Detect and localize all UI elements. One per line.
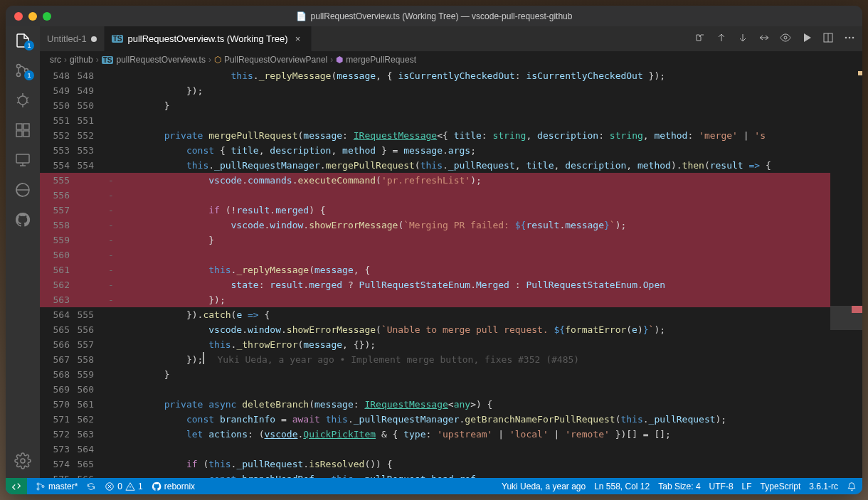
code-line[interactable]: 557- if (!result.merged) { — [40, 203, 862, 218]
whitespace-icon[interactable] — [758, 32, 770, 46]
code-line[interactable]: 567558 });Yuki Ueda, a year ago • Implem… — [40, 352, 862, 367]
tab-untitled[interactable]: Untitled-1 — [40, 26, 105, 51]
window-controls — [14, 12, 51, 21]
encoding-status[interactable]: UTF-8 — [709, 482, 734, 491]
explorer-icon[interactable]: 1 — [14, 32, 31, 49]
code-line[interactable]: 573564 — [40, 442, 862, 457]
code-line[interactable]: 554554 this._pullRequestManager.mergePul… — [40, 158, 862, 173]
close-tab-icon[interactable]: × — [292, 33, 304, 45]
code-line[interactable]: 575566 const branchHeadRef = this. pullR… — [40, 472, 862, 478]
tab-pullrequestoverview[interactable]: TS pullRequestOverview.ts (Working Tree)… — [105, 26, 312, 51]
code-line[interactable]: 559- } — [40, 233, 862, 248]
diff-marker: - — [102, 262, 120, 277]
code-line[interactable]: 548548 this._replyMessage(message, { isC… — [40, 68, 862, 83]
code-line[interactable]: 562- state: result.merged ? PullRequestS… — [40, 277, 862, 292]
scm-icon[interactable]: 1 — [14, 62, 31, 79]
cursor-position[interactable]: Ln 558, Col 12 — [594, 482, 650, 491]
code-line[interactable]: 570561 private async deleteBranch(messag… — [40, 397, 862, 412]
svg-point-1 — [17, 73, 21, 77]
github-status[interactable]: rebornix — [152, 482, 195, 491]
diff-marker: - — [102, 173, 120, 188]
arrow-up-icon[interactable] — [716, 32, 727, 46]
code-line[interactable]: 564555 }).catch(e => { — [40, 307, 862, 322]
code-line[interactable]: 561- this._replyMessage(message, { — [40, 262, 862, 277]
arrow-down-icon[interactable] — [737, 32, 748, 46]
tab-bar: Untitled-1 TS pullRequestOverview.ts (Wo… — [40, 26, 862, 51]
line-number-new: 561 — [74, 397, 102, 412]
code-line[interactable]: 558- vscode.window.showErrorMessage(`Mer… — [40, 218, 862, 233]
line-number-old: 561 — [40, 262, 74, 277]
sync-status[interactable] — [86, 482, 96, 491]
code-line[interactable]: 551551 — [40, 113, 862, 128]
split-icon[interactable] — [822, 32, 834, 46]
code-line[interactable]: 568559 } — [40, 367, 862, 382]
breadcrumb-item[interactable]: github — [70, 55, 93, 65]
code-line[interactable]: 574565 if (this._pullRequest.isResolved(… — [40, 457, 862, 472]
code-line[interactable]: 553553 const { title, description, metho… — [40, 143, 862, 158]
remote-icon[interactable] — [14, 151, 31, 169]
line-number-new: 566 — [74, 472, 102, 478]
code-line[interactable]: 552552 private mergePullRequest(message:… — [40, 128, 862, 143]
close-window[interactable] — [14, 12, 23, 21]
code-line[interactable]: 572563 let actions: (vscode.QuickPickIte… — [40, 427, 862, 442]
diff-marker: - — [102, 218, 120, 233]
debug-icon[interactable] — [14, 92, 31, 109]
breadcrumb-item[interactable]: TS pullRequestOverview.ts — [102, 55, 206, 65]
more-icon[interactable] — [844, 32, 855, 46]
line-number-old: 563 — [40, 292, 74, 307]
code-line[interactable]: 549549 }); — [40, 83, 862, 98]
svg-point-14 — [849, 37, 851, 39]
line-number-new: 553 — [74, 143, 102, 158]
breadcrumb-item[interactable]: ⬢ mergePullRequest — [336, 55, 416, 65]
run-icon[interactable] — [801, 32, 813, 46]
code-line[interactable]: 563- }); — [40, 292, 862, 307]
problems-status[interactable]: 0 1 — [105, 482, 142, 491]
code-line[interactable]: 560- — [40, 248, 862, 262]
github-icon[interactable] — [14, 211, 31, 228]
git-blame-status[interactable]: Yuki Ueda, a year ago — [502, 482, 586, 491]
code-line[interactable]: 556- — [40, 188, 862, 203]
line-number-new: 555 — [74, 307, 102, 322]
breadcrumb-item[interactable]: ⬡ PullRequestOverviewPanel — [214, 55, 327, 65]
remote-indicator[interactable] — [6, 478, 27, 494]
compare-icon[interactable] — [694, 32, 706, 46]
line-number-old: 556 — [40, 188, 74, 203]
tab-label: Untitled-1 — [47, 33, 87, 44]
code-line[interactable]: 571562 const branchInfo = await this._pu… — [40, 412, 862, 427]
preview-icon[interactable] — [780, 32, 791, 46]
scm-badge: 1 — [24, 70, 34, 80]
tab-label: pullRequestOverview.ts (Working Tree) — [127, 33, 287, 44]
docker-icon[interactable] — [14, 181, 31, 198]
svg-rect-8 — [16, 154, 29, 163]
svg-point-17 — [37, 488, 39, 490]
code-line[interactable]: 569560 — [40, 382, 862, 397]
line-number-new: 559 — [74, 367, 102, 382]
settings-gear-icon[interactable] — [14, 452, 31, 469]
explorer-badge: 1 — [24, 41, 34, 50]
line-number-old: 568 — [40, 367, 74, 382]
eol-status[interactable]: LF — [742, 482, 752, 491]
diff-marker: - — [102, 277, 120, 292]
modified-dot-icon — [91, 36, 97, 42]
minimize-window[interactable] — [28, 12, 37, 21]
code-line[interactable]: 550550 } — [40, 98, 862, 113]
code-line[interactable]: 566557 this._throwError(message, {}); — [40, 337, 862, 352]
editor[interactable]: 548548 this._replyMessage(message, { isC… — [40, 68, 862, 478]
line-number-old: 552 — [40, 128, 74, 143]
ts-version-status[interactable]: 3.6.1-rc — [809, 482, 838, 491]
branch-status[interactable]: master* — [36, 482, 78, 491]
line-number-old: 557 — [40, 203, 74, 218]
maximize-window[interactable] — [43, 12, 51, 21]
bell-icon[interactable] — [847, 482, 857, 491]
diff-marker: - — [102, 188, 120, 203]
indent-status[interactable]: Tab Size: 4 — [658, 482, 700, 491]
line-number-new: 551 — [74, 113, 102, 128]
code-line[interactable]: 565556 vscode.window.showErrorMessage(`U… — [40, 322, 862, 337]
extensions-icon[interactable] — [14, 122, 31, 139]
minimap[interactable] — [830, 68, 862, 478]
language-status[interactable]: TypeScript — [761, 482, 801, 491]
code-line[interactable]: 555- vscode.commands.executeCommand('pr.… — [40, 173, 862, 188]
breadcrumb-item[interactable]: src — [50, 55, 61, 65]
breadcrumbs[interactable]: src› github› TS pullRequestOverview.ts› … — [40, 51, 862, 68]
line-number-old: 550 — [40, 98, 74, 113]
